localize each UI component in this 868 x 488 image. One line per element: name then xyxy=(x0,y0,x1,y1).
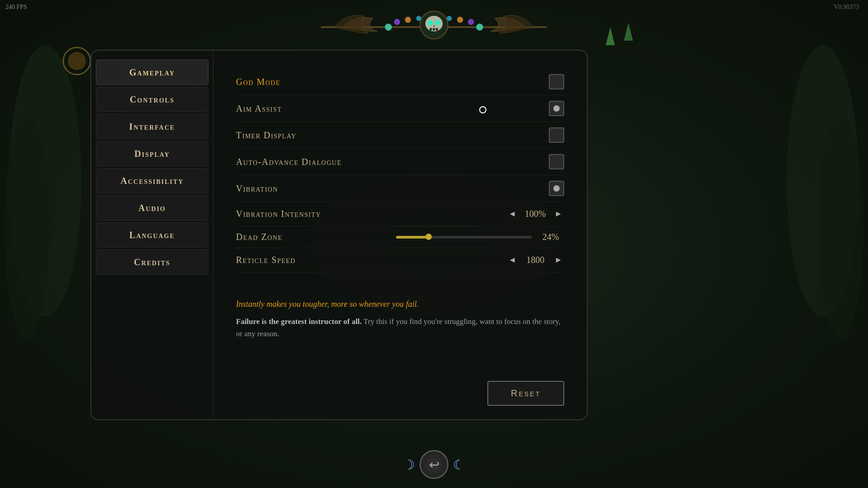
main-panel: Gameplay Controls Interface Display Acce… xyxy=(90,50,588,420)
description-area: Instantly makes you tougher, more so whe… xyxy=(236,291,564,349)
description-main: Instantly makes you tougher, more so whe… xyxy=(236,300,564,309)
vibration-label: Vibration xyxy=(236,183,278,194)
dead-zone-control: 24% xyxy=(396,232,564,242)
reset-container: Reset xyxy=(236,372,564,406)
god-mode-checkbox[interactable] xyxy=(549,74,564,89)
sidebar-item-credits[interactable]: Credits xyxy=(96,249,208,275)
setting-row-aim-assist: Aim Assist xyxy=(236,95,564,122)
settings-list: God Mode Aim Assist Timer Display xyxy=(236,69,564,272)
vibration-intensity-right-arrow[interactable]: ► xyxy=(552,207,564,221)
god-mode-control xyxy=(549,74,564,89)
sidebar-item-audio-label: Audio xyxy=(138,203,166,213)
content-area: God Mode Aim Assist Timer Display xyxy=(213,51,587,419)
aim-assist-label: Aim Assist xyxy=(236,103,282,114)
timer-display-checkbox[interactable] xyxy=(549,127,564,143)
description-sub: Failure is the greatest instructor of al… xyxy=(236,315,564,340)
reticle-speed-left-arrow[interactable]: ◄ xyxy=(506,253,518,267)
vibration-intensity-value: 100% xyxy=(522,209,549,219)
sidebar-item-accessibility-label: Accessibility xyxy=(120,176,184,186)
fps-counter: 240 FPS xyxy=(5,4,27,11)
back-button[interactable]: ↩ xyxy=(420,450,448,479)
reticle-speed-label: Reticle Speed xyxy=(236,255,296,265)
sidebar-item-display-label: Display xyxy=(134,149,170,159)
sidebar-item-language-label: Language xyxy=(129,230,175,240)
setting-row-vibration-intensity: Vibration Intensity ◄ 100% ► xyxy=(236,202,564,226)
setting-row-god-mode: God Mode xyxy=(236,69,564,95)
reticle-speed-value: 1800 xyxy=(522,255,549,265)
sidebar-item-accessibility[interactable]: Accessibility xyxy=(96,168,208,193)
sidebar-item-controls-label: Controls xyxy=(130,94,175,105)
dead-zone-thumb xyxy=(425,234,432,240)
sidebar-item-audio[interactable]: Audio xyxy=(96,195,208,221)
sidebar-item-controls[interactable]: Controls xyxy=(96,87,208,112)
dead-zone-slider[interactable] xyxy=(396,236,532,239)
setting-row-vibration: Vibration xyxy=(236,175,564,202)
vibration-intensity-control: ◄ 100% ► xyxy=(506,207,564,221)
vibration-intensity-left-arrow[interactable]: ◄ xyxy=(506,207,518,221)
dead-zone-fill xyxy=(396,236,429,239)
sidebar-item-credits-label: Credits xyxy=(134,257,170,267)
vibration-intensity-label: Vibration Intensity xyxy=(236,209,321,219)
reset-button[interactable]: Reset xyxy=(487,381,564,406)
sidebar: Gameplay Controls Interface Display Acce… xyxy=(91,51,213,419)
reticle-speed-right-arrow[interactable]: ► xyxy=(552,253,564,267)
description-sub-bold: Failure is the greatest instructor of al… xyxy=(236,317,362,326)
timer-display-control xyxy=(549,127,564,143)
setting-row-reticle-speed: Reticle Speed ◄ 1800 ► xyxy=(236,248,564,272)
version-label: V0.90373 xyxy=(834,4,859,11)
timer-display-label: Timer Display xyxy=(236,130,297,141)
bottom-bar: ☽ ↩ ☾ xyxy=(403,450,465,479)
auto-advance-control xyxy=(549,154,564,169)
aim-assist-checkbox[interactable] xyxy=(549,101,564,116)
setting-row-timer-display: Timer Display xyxy=(236,122,564,149)
auto-advance-label: Auto-Advance Dialogue xyxy=(236,157,342,167)
aim-assist-control xyxy=(549,101,564,116)
setting-row-auto-advance: Auto-Advance Dialogue xyxy=(236,149,564,175)
god-mode-label: God Mode xyxy=(236,77,280,87)
auto-advance-checkbox[interactable] xyxy=(549,154,564,169)
sidebar-item-display[interactable]: Display xyxy=(96,141,208,166)
back-icon: ↩ xyxy=(429,457,439,472)
sidebar-item-language[interactable]: Language xyxy=(96,222,208,248)
vibration-control xyxy=(549,181,564,196)
dead-zone-value: 24% xyxy=(537,232,564,242)
right-moon-decoration: ☾ xyxy=(453,457,465,473)
left-moon-decoration: ☽ xyxy=(403,457,415,473)
dead-zone-label: Dead Zone xyxy=(236,232,283,242)
sidebar-item-gameplay-label: Gameplay xyxy=(129,67,175,78)
sidebar-item-interface-label: Interface xyxy=(129,122,175,132)
sidebar-item-gameplay[interactable]: Gameplay xyxy=(96,60,208,85)
reticle-speed-control: ◄ 1800 ► xyxy=(506,253,564,267)
vibration-dot xyxy=(553,185,560,192)
setting-row-dead-zone: Dead Zone 24% xyxy=(236,226,564,248)
sidebar-item-interface[interactable]: Interface xyxy=(96,114,208,139)
vibration-checkbox[interactable] xyxy=(549,181,564,196)
aim-assist-dot xyxy=(553,105,560,112)
